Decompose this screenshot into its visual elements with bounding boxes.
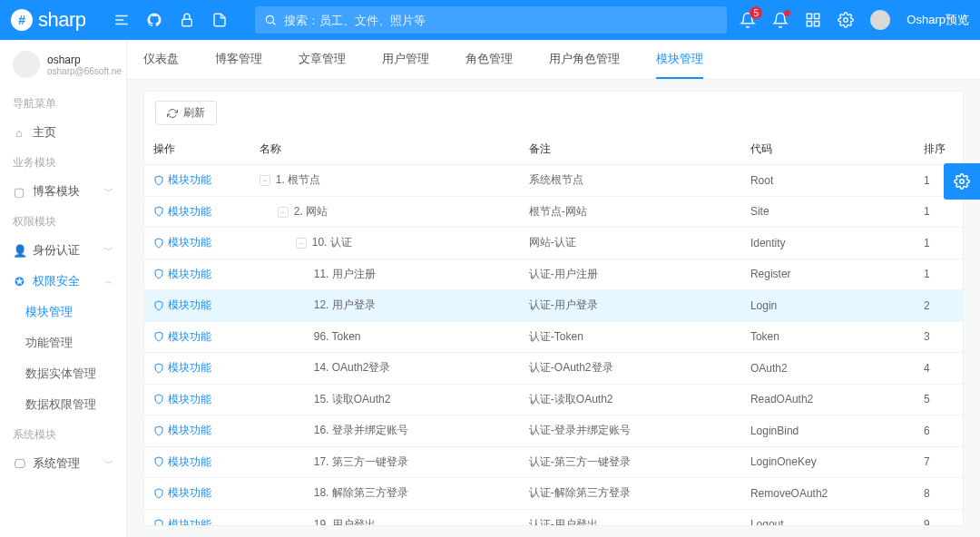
refresh-button[interactable]: 刷新 [155,101,217,125]
module-function-link[interactable]: 模块功能 [153,204,211,220]
profile-email: osharp@66soft.ne [47,66,122,76]
collapse-icon[interactable]: − [296,238,307,249]
table-row[interactable]: 模块功能−10. 认证网站-认证Identity1 [144,228,963,259]
cell-code: ReadOAuth2 [741,384,915,415]
shield-icon [153,331,164,342]
topbar-right: 5 Osharp预览 [740,10,969,30]
table-row[interactable]: 模块功能96. Token认证-TokenToken3 [144,321,963,353]
document-icon[interactable] [211,12,228,28]
tab-0[interactable]: 仪表盘 [143,40,179,79]
profile-block[interactable]: osharp osharp@66soft.ne [0,40,126,89]
table-row[interactable]: 模块功能17. 第三方一键登录认证-第三方一键登录LoginOneKey7 [144,446,963,478]
user-name-label[interactable]: Osharp预览 [906,12,969,28]
brand-logo[interactable]: # sharp [11,8,86,32]
cell-sort: 1 [915,259,963,290]
cell-code: Logout [741,509,915,525]
nav-func-label: 功能管理 [25,335,73,351]
cell-sort: 5 [915,384,963,415]
topbar: # sharp 5 Osharp预览 [0,0,980,40]
module-function-link[interactable]: 模块功能 [153,235,211,250]
table-row[interactable]: 模块功能12. 用户登录认证-用户登录Login2 [144,290,963,322]
cell-remark: 认证-用户登出 [520,509,741,525]
tab-5[interactable]: 用户角色管理 [549,40,620,79]
nav-system[interactable]: 🖵系统管理﹀ [0,448,126,479]
nav-identity[interactable]: 👤身份认证﹀ [0,235,126,266]
user-icon: 👤 [13,244,25,258]
lock-icon[interactable] [179,12,195,28]
nav-func-mgmt[interactable]: 功能管理 [0,327,126,358]
nav-identity-label: 身份认证 [33,242,80,259]
nav-module-label: 模块管理 [25,304,73,320]
chevron-down-icon: ﹀ [104,185,113,198]
cell-code: Site [741,196,915,228]
nav-entity-mgmt[interactable]: 数据实体管理 [0,358,126,389]
table-row[interactable]: 模块功能19. 用户登出认证-用户登出Logout9 [144,509,963,525]
module-table: 操作 名称 备注 代码 排序 模块功能−1. 根节点系统根节点Root1模块功能… [144,134,963,525]
settings-gear-icon[interactable] [838,12,854,28]
cell-remark: 认证-用户登录 [520,290,741,322]
module-function-link[interactable]: 模块功能 [153,298,211,313]
cell-sort: 1 [915,196,963,228]
cell-code: Identity [741,228,915,259]
main-area: 仪表盘博客管理文章管理用户管理角色管理用户角色管理模块管理 刷新 操作 名称 备… [127,40,980,537]
module-function-link[interactable]: 模块功能 [153,454,211,470]
cell-code: Token [741,321,915,353]
svg-rect-0 [181,19,191,26]
cell-sort: 4 [915,353,963,385]
notification-bell-icon[interactable]: 5 [740,12,756,28]
search-input[interactable] [284,14,718,27]
shield-icon [153,268,164,279]
table-row[interactable]: 模块功能−1. 根节点系统根节点Root1 [144,165,963,197]
tab-1[interactable]: 博客管理 [215,40,262,79]
github-icon[interactable] [146,12,162,28]
search-box[interactable] [255,6,727,34]
module-function-link[interactable]: 模块功能 [153,392,211,407]
settings-fab[interactable] [944,163,980,200]
cell-remark: 认证-第三方一键登录 [520,446,741,478]
nav-module-mgmt[interactable]: 模块管理 [0,297,126,327]
nav-home[interactable]: ⌂主页 [0,117,126,148]
table-row[interactable]: 模块功能16. 登录并绑定账号认证-登录并绑定账号LoginBind6 [144,415,963,447]
module-function-link[interactable]: 模块功能 [153,172,211,188]
profile-name: osharp [47,54,122,66]
shield-icon [153,456,164,467]
module-function-link[interactable]: 模块功能 [153,485,211,501]
module-function-link[interactable]: 模块功能 [153,329,211,345]
menu-toggle-icon[interactable] [113,12,130,28]
apps-grid-icon[interactable] [805,12,821,28]
alert-bell-icon[interactable] [772,12,789,28]
module-function-link[interactable]: 模块功能 [153,517,211,526]
module-function-link[interactable]: 模块功能 [153,360,211,376]
th-code: 代码 [741,134,915,165]
table-row[interactable]: 模块功能18. 解除第三方登录认证-解除第三方登录RemoveOAuth28 [144,478,963,510]
tab-3[interactable]: 用户管理 [382,40,429,79]
tab-4[interactable]: 角色管理 [466,40,513,79]
svg-rect-5 [815,22,819,26]
user-avatar[interactable] [870,10,890,30]
svg-point-6 [844,18,848,23]
shield-icon [153,206,164,217]
tab-6[interactable]: 模块管理 [656,40,703,79]
cell-sort: 6 [915,415,963,447]
table-row[interactable]: 模块功能15. 读取OAuth2认证-读取OAuth2ReadOAuth25 [144,384,963,415]
home-icon: ⌂ [13,126,25,140]
nav-blog[interactable]: ▢博客模块﹀ [0,176,126,207]
cell-code: LoginBind [741,415,915,447]
tab-bar: 仪表盘博客管理文章管理用户管理角色管理用户角色管理模块管理 [127,40,980,80]
nav-home-label: 主页 [33,124,56,141]
shield-icon [153,425,164,436]
table-row[interactable]: 模块功能11. 用户注册认证-用户注册Register1 [144,259,963,290]
sidebar: osharp osharp@66soft.ne 导航菜单 ⌂主页 业务模块 ▢博… [0,40,127,537]
nav-data-mgmt[interactable]: 数据权限管理 [0,389,126,420]
nav-security[interactable]: ✪权限安全︿ [0,266,126,297]
collapse-icon[interactable]: − [260,175,270,186]
tab-2[interactable]: 文章管理 [299,40,346,79]
module-function-link[interactable]: 模块功能 [153,423,211,438]
cell-code: Register [741,259,915,290]
table-row[interactable]: 模块功能−2. 网站根节点-网站Site1 [144,196,963,228]
cell-sort: 2 [915,290,963,322]
table-row[interactable]: 模块功能14. OAuth2登录认证-OAuth2登录OAuth24 [144,353,963,385]
module-function-link[interactable]: 模块功能 [153,267,211,282]
collapse-icon[interactable]: − [278,207,289,218]
nav-security-label: 权限安全 [33,273,80,289]
